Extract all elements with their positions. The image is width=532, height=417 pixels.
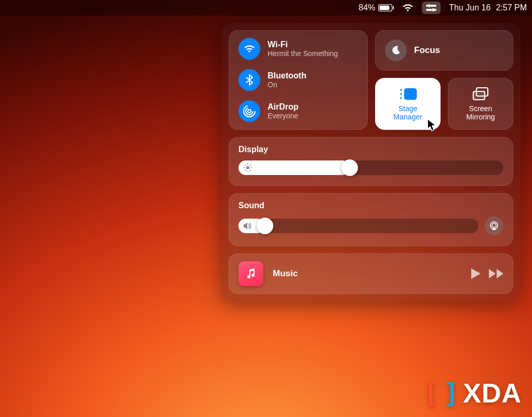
time-label: 2:57 PM: [496, 3, 527, 12]
xda-watermark: [] XDA: [423, 378, 522, 409]
battery-status[interactable]: 84%: [358, 3, 394, 12]
svg-line-22: [250, 170, 251, 171]
focus-title: Focus: [414, 45, 440, 56]
airplay-icon: [489, 221, 499, 231]
sound-tile: Sound: [229, 193, 513, 246]
brightness-icon: [244, 164, 252, 172]
bluetooth-title: Bluetooth: [268, 71, 307, 80]
stage-manager-tile[interactable]: Stage Manager: [375, 78, 441, 130]
display-tile: Display: [229, 137, 513, 186]
wifi-icon: [402, 4, 414, 12]
bluetooth-status: On: [268, 80, 307, 89]
screen-mirroring-label: Screen Mirroring: [466, 104, 495, 121]
wifi-row[interactable]: Wi-Fi Hermit the Something: [238, 38, 358, 60]
svg-point-7: [248, 110, 251, 113]
bracket-right-icon: ]: [443, 378, 460, 409]
airdrop-status: Everyone: [268, 112, 299, 120]
volume-slider[interactable]: [238, 219, 478, 233]
airplay-audio-button[interactable]: [485, 217, 503, 235]
svg-line-23: [245, 170, 246, 171]
menu-bar: 84% Thu Jun 16 2:57 PM: [0, 0, 532, 16]
wifi-title: Wi-Fi: [268, 39, 338, 49]
control-center-menubar[interactable]: [422, 2, 441, 14]
svg-point-6: [432, 8, 435, 11]
connectivity-tile: Wi-Fi Hermit the Something Bluetooth On: [229, 30, 368, 130]
sound-label: Sound: [238, 201, 503, 210]
music-title: Music: [273, 268, 462, 279]
control-center-icon: [426, 4, 436, 11]
svg-point-10: [400, 89, 402, 91]
svg-point-8: [246, 107, 253, 115]
airdrop-toggle-icon: [238, 100, 260, 122]
svg-point-11: [400, 93, 402, 95]
volume-icon: [244, 222, 253, 230]
screen-mirroring-icon: [472, 87, 489, 101]
date-label: Thu Jun 16: [449, 3, 490, 12]
screen-mirroring-tile[interactable]: Screen Mirroring: [448, 78, 513, 130]
wifi-toggle-icon: [238, 38, 260, 60]
svg-rect-2: [393, 6, 394, 9]
stage-manager-icon: [397, 87, 418, 101]
datetime-menubar[interactable]: Thu Jun 16 2:57 PM: [449, 3, 527, 12]
now-playing-tile[interactable]: Music: [229, 253, 513, 294]
music-artwork: [238, 261, 263, 286]
bluetooth-toggle-icon: [238, 69, 260, 91]
wifi-menubar[interactable]: [402, 4, 414, 12]
svg-line-24: [250, 165, 251, 166]
focus-icon: [385, 39, 407, 61]
bluetooth-row[interactable]: Bluetooth On: [238, 69, 358, 91]
svg-point-12: [400, 97, 402, 99]
brightness-slider[interactable]: [238, 160, 503, 175]
control-center-panel: Wi-Fi Hermit the Something Bluetooth On: [221, 23, 521, 301]
bracket-left-icon: [: [423, 378, 440, 409]
focus-tile[interactable]: Focus: [375, 30, 513, 71]
battery-percent-label: 84%: [358, 3, 375, 12]
play-button[interactable]: [471, 268, 481, 279]
airdrop-row[interactable]: AirDrop Everyone: [238, 100, 358, 122]
svg-rect-15: [473, 91, 485, 100]
svg-line-21: [245, 165, 246, 166]
display-label: Display: [238, 145, 503, 154]
watermark-text: XDA: [463, 378, 522, 409]
svg-point-26: [492, 223, 496, 227]
battery-icon: [378, 4, 394, 11]
wifi-status: Hermit the Something: [268, 49, 338, 58]
svg-point-16: [246, 166, 249, 169]
music-note-icon: [245, 268, 257, 279]
svg-rect-13: [405, 89, 416, 99]
airdrop-title: AirDrop: [268, 102, 299, 112]
svg-rect-1: [380, 6, 390, 10]
svg-point-4: [428, 4, 431, 7]
next-button[interactable]: [489, 269, 503, 278]
stage-manager-label: Stage Manager: [393, 104, 422, 121]
